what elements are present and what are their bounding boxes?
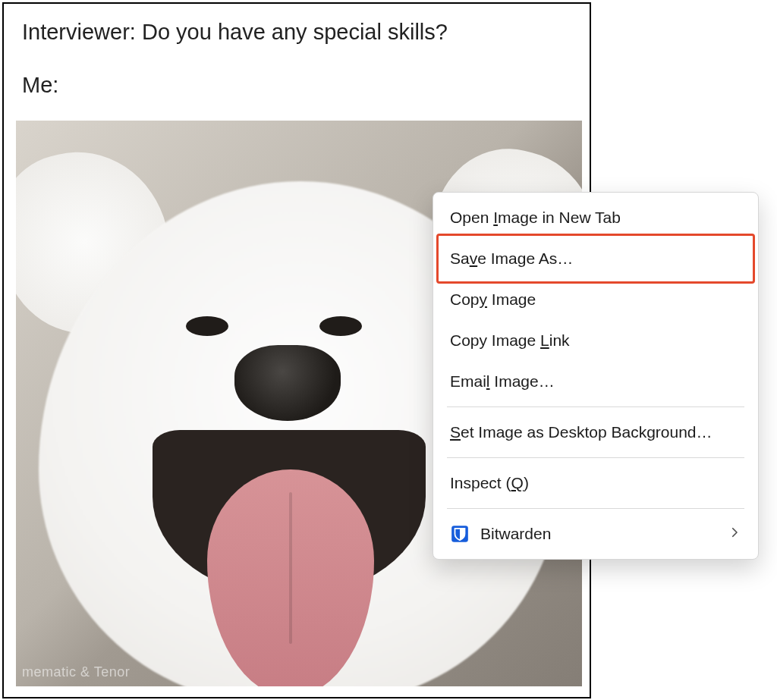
bitwarden-shield-icon <box>450 524 470 544</box>
menu-divider <box>447 457 744 458</box>
meme-caption-line1: Interviewer: Do you have any special ski… <box>22 16 571 48</box>
image-watermark: mematic & Tenor <box>22 664 130 680</box>
menu-divider <box>447 508 744 509</box>
menu-item-email-image[interactable]: Email Image… <box>433 361 758 402</box>
menu-item-save-image-as[interactable]: Save Image As… <box>433 238 758 279</box>
menu-item-label: Bitwarden <box>480 525 551 543</box>
menu-item-set-desktop-background[interactable]: Set Image as Desktop Background… <box>433 412 758 453</box>
meme-caption-line2: Me: <box>22 69 571 101</box>
menu-item-open-image-new-tab[interactable]: Open Image in New Tab <box>433 197 758 238</box>
menu-item-label: Copy Image Link <box>450 331 570 350</box>
menu-item-label: Set Image as Desktop Background… <box>450 423 713 441</box>
menu-item-copy-image-link[interactable]: Copy Image Link <box>433 320 758 361</box>
menu-divider <box>447 407 744 407</box>
chevron-right-icon <box>728 526 741 543</box>
menu-item-label: Email Image… <box>450 372 555 391</box>
menu-item-inspect[interactable]: Inspect (Q) <box>433 463 758 504</box>
menu-item-label: Open Image in New Tab <box>450 209 621 227</box>
meme-caption: Interviewer: Do you have any special ski… <box>4 4 590 101</box>
menu-item-bitwarden[interactable]: Bitwarden <box>433 513 758 554</box>
menu-item-copy-image[interactable]: Copy Image <box>433 279 758 320</box>
image-context-menu: Open Image in New Tab Save Image As… Cop… <box>433 192 759 560</box>
menu-item-label: Save Image As… <box>450 250 573 268</box>
menu-item-label: Copy Image <box>450 290 536 309</box>
menu-item-label: Inspect (Q) <box>450 474 529 492</box>
